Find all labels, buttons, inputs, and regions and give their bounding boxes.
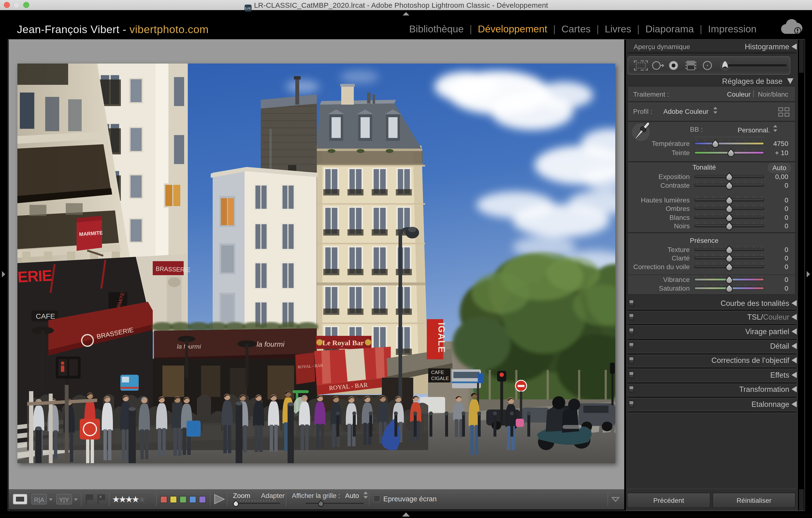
svg-text:4750: 4750 [773, 140, 788, 147]
svg-text:0: 0 [784, 214, 788, 221]
svg-text:Teinte: Teinte [672, 149, 690, 157]
svg-text:0: 0 [784, 246, 788, 253]
svg-text:Saturation: Saturation [659, 284, 690, 292]
svg-text:Effets: Effets [770, 371, 789, 379]
svg-text:Aperçu dynamique: Aperçu dynamique [634, 43, 690, 51]
svg-text:Précédent: Précédent [653, 497, 684, 504]
svg-text:0: 0 [784, 254, 788, 262]
svg-text:Auto: Auto [772, 164, 786, 172]
svg-text:Exposition: Exposition [659, 173, 690, 181]
svg-text:0: 0 [784, 276, 788, 283]
svg-text:BB :: BB : [690, 126, 703, 133]
svg-text:Tonalité: Tonalité [693, 163, 716, 171]
svg-text:0: 0 [784, 196, 788, 204]
svg-text:Contraste: Contraste [661, 182, 690, 189]
svg-text:Détail: Détail [770, 342, 789, 350]
svg-text:+ 10: + 10 [775, 149, 788, 157]
svg-text:Couleur: Couleur [727, 91, 751, 98]
svg-text:0: 0 [784, 182, 788, 189]
svg-text:Histogramme: Histogramme [745, 42, 789, 51]
svg-text:0: 0 [784, 263, 788, 271]
svg-text:Ombres: Ombres [666, 205, 690, 212]
svg-text:0,00: 0,00 [775, 173, 788, 181]
svg-text:Profil :: Profil : [633, 108, 652, 115]
svg-text:Noir/blanc: Noir/blanc [758, 91, 788, 98]
svg-text:Virage partiel: Virage partiel [745, 327, 789, 336]
svg-text:Texture: Texture [667, 246, 690, 253]
svg-text:Hautes lumières: Hautes lumières [641, 196, 690, 204]
svg-text:0: 0 [784, 222, 788, 230]
svg-text:Vibrance: Vibrance [663, 276, 690, 283]
svg-text:Blancs: Blancs [669, 214, 690, 221]
svg-text:Etalonnage: Etalonnage [751, 400, 789, 408]
svg-text:0: 0 [784, 284, 788, 292]
svg-text:Corrections de l’objectif: Corrections de l’objectif [712, 356, 789, 365]
svg-text:Noirs: Noirs [674, 222, 690, 230]
svg-text:Clarté: Clarté [672, 254, 690, 262]
svg-text:Traitement :: Traitement : [633, 91, 669, 98]
svg-text:Courbe des tonalités: Courbe des tonalités [721, 299, 789, 308]
svg-text:Température: Température [652, 140, 690, 147]
svg-text:Adobe Couleur: Adobe Couleur [663, 108, 708, 115]
svg-text:Transformation: Transformation [739, 385, 789, 394]
svg-text:Réglages de base: Réglages de base [722, 77, 783, 86]
svg-text:Correction du voile: Correction du voile [633, 263, 690, 271]
svg-text:0: 0 [784, 205, 788, 212]
svg-text:Personnal.: Personnal. [737, 126, 770, 134]
svg-text:TSL/Couleur: TSL/Couleur [747, 313, 789, 321]
svg-text:Réinitialiser: Réinitialiser [736, 497, 772, 504]
svg-text:Présence: Présence [690, 237, 719, 244]
